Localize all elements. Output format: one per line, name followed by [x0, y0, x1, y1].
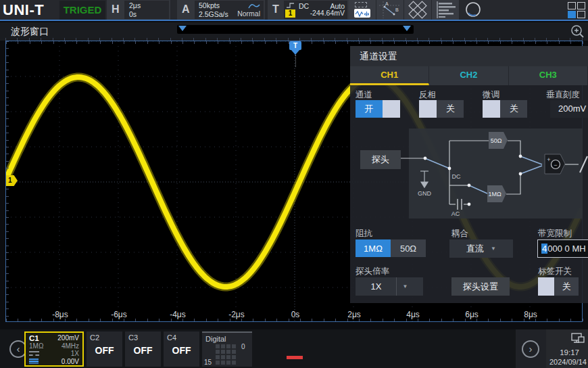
top-status-bar: UNI-T TRIGED H 2μs 0s A 50kpts 2.5GSa/s …: [0, 0, 588, 21]
timebase-value: 2μs: [129, 1, 169, 10]
panel-title: 通道设置: [350, 46, 588, 66]
probe-setup-button[interactable]: 探头设置: [451, 277, 510, 296]
digital-label: Digital: [205, 335, 226, 343]
slider-right-handle[interactable]: [403, 26, 411, 31]
x-axis-label: -2μs: [228, 310, 245, 319]
oscilloscope-screen: UNI-T TRIGED H 2μs 0s A 50kpts 2.5GSa/s …: [0, 0, 588, 368]
window-tile-active-icon: [568, 11, 576, 18]
acquire-label: A: [182, 3, 190, 16]
bottom-status-bar: ‹ C1200mV 1MΩ4MHz 1X 0.00V C2 OFF C3 OFF…: [0, 329, 588, 368]
trigger-marker-line: [295, 55, 296, 67]
impedance-1mohm-button[interactable]: 1MΩ: [356, 239, 391, 257]
vertical-scale-label: 垂直刻度: [546, 89, 580, 101]
horizontal-offset-value: 0s: [129, 10, 169, 19]
zoom-in-icon[interactable]: [570, 24, 585, 39]
chevron-down-icon: ▼: [396, 277, 408, 296]
probe-button[interactable]: 探头: [360, 150, 401, 169]
probe-ratio-label: 探头倍率: [356, 266, 389, 277]
bandwidth-limit-input[interactable]: 4000 0 MH: [537, 239, 588, 258]
expand-right-button[interactable]: ›: [522, 340, 539, 358]
impedance-selector: 1MΩ 50Ω: [356, 239, 426, 257]
record-indicator: [287, 356, 303, 359]
c1-bandwidth: 4MHz: [62, 342, 79, 350]
trigger-coupling-value: DC: [299, 2, 309, 11]
search-button[interactable]: [460, 0, 487, 20]
digital-last-channel: 15: [204, 359, 212, 366]
list-view-button[interactable]: [432, 0, 459, 20]
x-axis-label: -6μs: [111, 310, 127, 319]
trigger-marker-tag: T: [289, 41, 301, 50]
c3-name: C3: [128, 334, 138, 342]
gnd-label: GND: [418, 190, 432, 197]
fine-adjust-toggle[interactable]: 关: [483, 100, 527, 118]
channel-settings-panel: 通道设置 CH1 CH2 CH3 通道 反相 微调 垂直刻度 开 关 关 200…: [350, 46, 588, 303]
trigger-menu-button[interactable]: T 1 DC Auto -244.64mV: [268, 0, 349, 20]
trigger-source-badge: 1: [285, 9, 295, 18]
bandwidth-selected-digit: 4: [541, 244, 547, 254]
zoom-pan-tool-button[interactable]: [349, 0, 376, 20]
channel3-status-card[interactable]: C3 OFF: [125, 331, 161, 367]
channel-enable-toggle[interactable]: 开: [356, 100, 400, 118]
horizontal-label: H: [112, 3, 120, 16]
list-bars-icon: [432, 0, 459, 20]
c3-state: OFF: [125, 345, 161, 356]
c4-name: C4: [167, 334, 176, 342]
acquire-menu-button[interactable]: A 50kpts 2.5GSa/s Normal: [177, 0, 265, 20]
slider-left-handle[interactable]: [178, 26, 187, 31]
clock-date: 2024/09/14: [549, 358, 587, 366]
toggle-knob: [483, 100, 500, 118]
clock-panel[interactable]: 19:17 2024/09/14: [546, 329, 588, 368]
tab-ch3[interactable]: CH3: [509, 66, 588, 85]
label-switch-toggle[interactable]: 关: [538, 277, 579, 296]
invert-toggle[interactable]: 关: [419, 100, 464, 118]
horizontal-menu-button[interactable]: H 2μs 0s: [107, 0, 170, 20]
window-grid-button[interactable]: [568, 2, 588, 20]
display-device-icon: [570, 332, 585, 346]
channel2-status-card[interactable]: C2 OFF: [87, 331, 122, 367]
x-axis-label: 4μs: [406, 310, 420, 319]
digital-status-card[interactable]: Digital 0 15: [202, 331, 252, 367]
trigger-position-marker[interactable]: T: [289, 41, 301, 67]
vertical-scale-select[interactable]: 200mV: [550, 100, 588, 118]
bandwidth-rest: 000 0 MH: [547, 244, 585, 254]
bandwidth-limit-icon: [29, 359, 39, 364]
waveform-window-bar: 波形窗口: [0, 22, 588, 41]
search-icon: [460, 0, 487, 20]
coupling-select[interactable]: 直流 ▼: [449, 239, 513, 258]
x-axis-label: 2μs: [347, 310, 361, 319]
acquire-mode-value: Normal: [237, 9, 260, 18]
pan-waveform-icon: [354, 9, 370, 18]
channel4-status-card[interactable]: C4 OFF: [164, 331, 199, 367]
c1-probe-ratio: 1X: [71, 350, 79, 357]
label-switch-label: 标签开关: [538, 266, 572, 277]
window-tile-icon: [577, 11, 585, 18]
window-tile-icon: [568, 2, 576, 9]
fine-adjust-label: 微调: [483, 89, 499, 101]
probe-ratio-select[interactable]: 1X ▼: [356, 277, 423, 296]
svg-text:B: B: [395, 7, 399, 12]
brand-logo: UNI-T: [3, 1, 44, 19]
cursor-measure-button[interactable]: A B: [376, 0, 403, 20]
tab-ch2[interactable]: CH2: [429, 66, 508, 85]
r1m-label: 1MΩ: [488, 191, 501, 198]
x-axis-label: -4μs: [170, 310, 186, 319]
c1-vscale: 200mV: [57, 334, 79, 342]
c1-impedance: 1MΩ: [29, 342, 43, 350]
window-layout-button[interactable]: [404, 0, 431, 20]
x-axis-label: -8μs: [52, 310, 68, 319]
top-ruler-ticks: [5, 38, 583, 41]
invert-label: 反相: [419, 89, 436, 101]
c1-name: C1: [29, 334, 39, 342]
expand-right-panel: ›: [516, 329, 546, 368]
trigger-level-value: -244.64mV: [310, 9, 345, 18]
trigger-label: T: [272, 3, 279, 16]
x-axis-label: 8μs: [524, 310, 537, 319]
channel1-status-card[interactable]: C1200mV 1MΩ4MHz 1X 0.00V: [24, 331, 84, 367]
horizontal-position-slider[interactable]: [177, 25, 414, 34]
amp-minus-sign: −: [554, 162, 557, 168]
tab-ch1[interactable]: CH1: [350, 66, 429, 85]
toggle-knob: [419, 100, 437, 118]
impedance-50ohm-button[interactable]: 50Ω: [391, 239, 426, 257]
zoom-select-icon: [355, 2, 367, 7]
clock-time: 19:17: [560, 348, 579, 356]
